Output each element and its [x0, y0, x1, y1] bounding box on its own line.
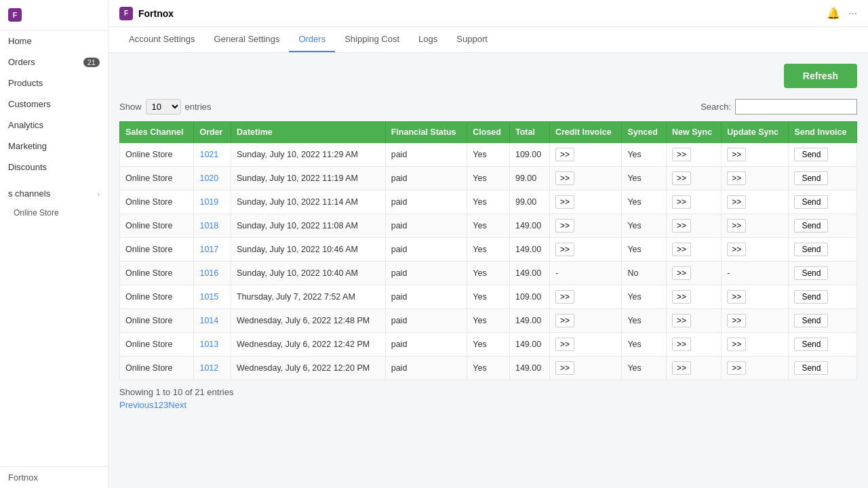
- new-sync-button[interactable]: >>: [672, 314, 691, 327]
- cell-closed: Yes: [467, 190, 510, 214]
- send-invoice-button[interactable]: Send: [794, 361, 828, 375]
- search-row: Search:: [701, 99, 857, 115]
- sidebar-item-online-store[interactable]: Online Store: [0, 204, 108, 222]
- send-invoice-button[interactable]: Send: [794, 219, 828, 232]
- new-sync-button[interactable]: >>: [672, 361, 691, 375]
- credit-invoice-button[interactable]: >>: [555, 314, 574, 327]
- cell-channel: Online Store: [120, 333, 194, 357]
- more-icon[interactable]: ···: [848, 7, 857, 20]
- update-sync-button[interactable]: >>: [727, 171, 746, 185]
- sidebar-item-orders[interactable]: Orders 21: [0, 52, 108, 73]
- update-sync-button[interactable]: >>: [727, 148, 746, 161]
- page-3-link[interactable]: 3: [163, 400, 168, 410]
- credit-invoice-button[interactable]: >>: [555, 290, 574, 304]
- credit-invoice-button[interactable]: >>: [555, 361, 574, 375]
- sidebar-item-analytics[interactable]: Analytics: [0, 115, 108, 136]
- new-sync-button[interactable]: >>: [672, 195, 691, 209]
- cell-datetime: Wednesday, July 6, 2022 12:20 PM: [231, 357, 385, 380]
- credit-invoice-button[interactable]: >>: [555, 219, 574, 232]
- credit-invoice-button[interactable]: >>: [555, 148, 574, 161]
- cell-update-sync: -: [722, 262, 789, 285]
- credit-invoice-button[interactable]: >>: [555, 195, 574, 209]
- cell-new-sync: >>: [667, 190, 722, 214]
- sidebar-item-products[interactable]: Products: [0, 73, 108, 94]
- new-sync-button[interactable]: >>: [672, 338, 691, 351]
- table-row: Online Store 1018 Sunday, July 10, 2022 …: [120, 214, 857, 238]
- col-credit-invoice: Credit Invoice: [549, 122, 621, 143]
- credit-invoice-button[interactable]: >>: [555, 338, 574, 351]
- update-sync-button[interactable]: >>: [727, 219, 746, 232]
- cell-closed: Yes: [467, 309, 510, 333]
- order-link[interactable]: 1016: [199, 268, 218, 278]
- send-invoice-button[interactable]: Send: [794, 243, 828, 256]
- tab-support[interactable]: Support: [447, 27, 497, 52]
- col-total: Total: [509, 122, 549, 143]
- order-link[interactable]: 1012: [199, 363, 218, 373]
- sidebar-item-home[interactable]: Home: [0, 30, 108, 52]
- bell-icon[interactable]: 🔔: [827, 7, 840, 20]
- credit-invoice-button[interactable]: >>: [555, 243, 574, 256]
- new-sync-button[interactable]: >>: [672, 243, 691, 256]
- page-1-link[interactable]: 1: [154, 400, 159, 410]
- tab-logs[interactable]: Logs: [409, 27, 447, 52]
- new-sync-button[interactable]: >>: [672, 266, 691, 280]
- send-invoice-button[interactable]: Send: [794, 290, 828, 304]
- cell-closed: Yes: [467, 214, 510, 238]
- send-invoice-button[interactable]: Send: [794, 148, 828, 161]
- cell-update-sync: >>: [722, 143, 789, 167]
- refresh-button[interactable]: Refresh: [784, 64, 857, 88]
- new-sync-button[interactable]: >>: [672, 171, 691, 185]
- credit-invoice-button[interactable]: >>: [555, 171, 574, 185]
- table-row: Online Store 1015 Thursday, July 7, 2022…: [120, 285, 857, 309]
- new-sync-button[interactable]: >>: [672, 148, 691, 161]
- order-link[interactable]: 1014: [199, 316, 218, 325]
- cell-datetime: Wednesday, July 6, 2022 12:42 PM: [231, 333, 385, 357]
- cell-send-invoice: Send: [789, 333, 857, 357]
- order-link[interactable]: 1018: [199, 221, 218, 230]
- tab-orders[interactable]: Orders: [289, 27, 335, 52]
- sidebar-item-discounts[interactable]: Discounts: [0, 157, 108, 178]
- cell-total: 149.00: [509, 214, 549, 238]
- cell-closed: Yes: [467, 238, 510, 262]
- col-datetime: Datetime: [231, 122, 385, 143]
- sidebar-item-marketing[interactable]: Marketing: [0, 136, 108, 157]
- tab-shipping-cost[interactable]: Shipping Cost: [335, 27, 409, 52]
- sidebar-section-channels[interactable]: s channels ›: [0, 183, 108, 204]
- col-update-sync: Update Sync: [722, 122, 789, 143]
- update-sync-button[interactable]: >>: [727, 361, 746, 375]
- order-link[interactable]: 1013: [199, 340, 218, 349]
- order-link[interactable]: 1019: [199, 197, 218, 207]
- send-invoice-button[interactable]: Send: [794, 171, 828, 185]
- topbar-right: 🔔 ···: [827, 7, 857, 20]
- order-link[interactable]: 1017: [199, 245, 218, 254]
- order-link[interactable]: 1021: [199, 150, 218, 159]
- update-sync-button[interactable]: >>: [727, 195, 746, 209]
- previous-page-link[interactable]: Previous: [119, 400, 154, 410]
- cell-status: paid: [385, 190, 467, 214]
- send-invoice-button[interactable]: Send: [794, 314, 828, 327]
- sidebar-item-customers[interactable]: Customers: [0, 94, 108, 115]
- update-sync-button[interactable]: >>: [727, 314, 746, 327]
- cell-synced: Yes: [622, 190, 667, 214]
- entries-select[interactable]: 10 25 50 100: [146, 99, 181, 115]
- update-sync-button[interactable]: >>: [727, 243, 746, 256]
- pagination: Showing 1 to 10 of 21 entries Previous 1…: [119, 387, 857, 410]
- order-link[interactable]: 1015: [199, 292, 218, 302]
- send-invoice-button[interactable]: Send: [794, 195, 828, 209]
- send-invoice-button[interactable]: Send: [794, 338, 828, 351]
- cell-status: paid: [385, 309, 467, 333]
- sidebar: F Home Orders 21 Products Customers Anal…: [0, 0, 108, 488]
- update-sync-button[interactable]: >>: [727, 338, 746, 351]
- cell-credit-invoice: >>: [549, 190, 621, 214]
- page-2-link[interactable]: 2: [159, 400, 163, 410]
- cell-credit-invoice: >>: [549, 285, 621, 309]
- next-page-link[interactable]: Next: [168, 400, 186, 410]
- new-sync-button[interactable]: >>: [672, 219, 691, 232]
- update-sync-button[interactable]: >>: [727, 290, 746, 304]
- tab-general-settings[interactable]: General Settings: [205, 27, 290, 52]
- send-invoice-button[interactable]: Send: [794, 266, 828, 280]
- order-link[interactable]: 1020: [199, 174, 218, 183]
- search-input[interactable]: [735, 99, 857, 115]
- tab-account-settings[interactable]: Account Settings: [119, 27, 205, 52]
- new-sync-button[interactable]: >>: [672, 290, 691, 304]
